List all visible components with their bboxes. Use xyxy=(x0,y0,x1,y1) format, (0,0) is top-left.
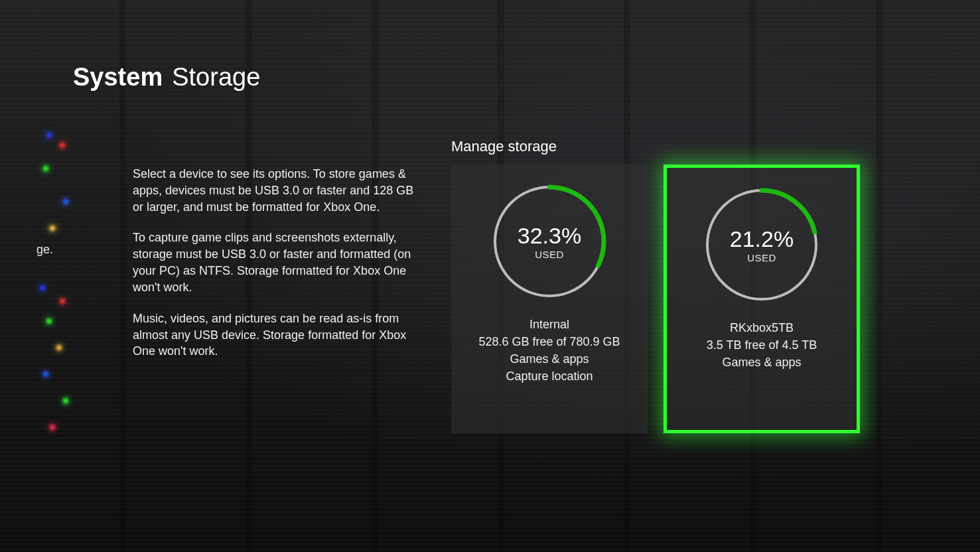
storage-device-card[interactable]: 21.2% USED RKxbox5TB 3.5 TB free of 4.5 … xyxy=(664,165,860,433)
breadcrumb: System Storage xyxy=(73,63,927,92)
usage-ring: 21.2% USED xyxy=(702,185,821,305)
device-role-line: Games & apps xyxy=(478,350,620,368)
device-free-line: 528.6 GB free of 780.9 GB xyxy=(478,333,620,350)
breadcrumb-category: System xyxy=(73,63,163,92)
help-text: Select a device to see its options. To s… xyxy=(133,166,418,433)
help-paragraph: To capture game clips and screenshots ex… xyxy=(133,230,418,295)
device-name: RKxbox5TB xyxy=(707,319,817,336)
help-paragraph: Select a device to see its options. To s… xyxy=(133,166,418,215)
device-free-line: 3.5 TB free of 4.5 TB xyxy=(707,336,817,354)
help-paragraph: Music, videos, and pictures can be read … xyxy=(133,310,418,360)
device-role-line: Games & apps xyxy=(707,354,817,371)
section-header: Manage storage xyxy=(451,138,927,155)
storage-device-card[interactable]: 32.3% USED Internal 528.6 GB free of 780… xyxy=(451,165,648,433)
usage-ring: 32.3% USED xyxy=(490,182,609,301)
device-info: RKxbox5TB 3.5 TB free of 4.5 TB Games & … xyxy=(707,319,817,371)
device-info: Internal 528.6 GB free of 780.9 GB Games… xyxy=(478,316,620,385)
device-name: Internal xyxy=(478,316,620,333)
device-extra-line: Capture location xyxy=(478,368,620,385)
page-title: Storage xyxy=(172,63,260,92)
